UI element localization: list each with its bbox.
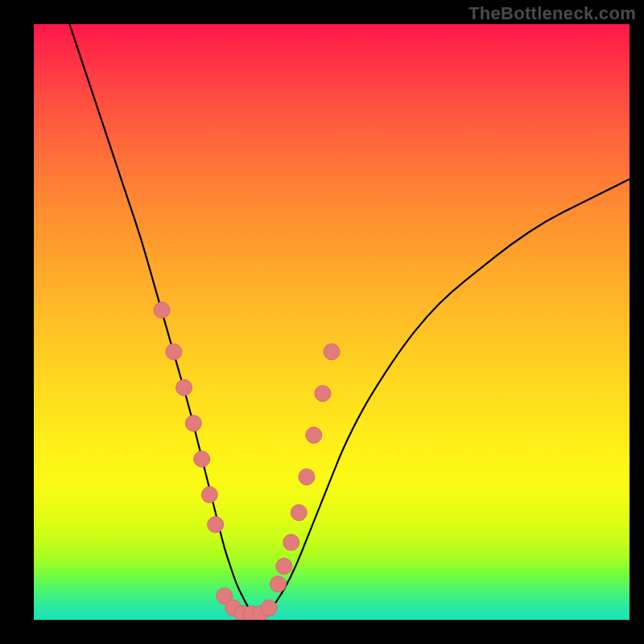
data-marker (201, 487, 217, 503)
data-marker (185, 415, 201, 431)
data-marker (194, 451, 210, 467)
data-marker (299, 469, 315, 485)
data-marker (154, 302, 170, 318)
data-marker (276, 558, 292, 574)
watermark-text: TheBottleneck.com (469, 3, 636, 24)
data-marker (270, 576, 286, 592)
chart-frame: TheBottleneck.com (0, 0, 644, 644)
data-marker (176, 379, 192, 395)
data-marker (283, 535, 299, 551)
data-marker (166, 344, 182, 360)
data-marker (261, 600, 277, 616)
data-marker (324, 344, 340, 360)
data-marker (315, 386, 331, 402)
plot-area (34, 24, 630, 620)
data-marker (291, 505, 307, 521)
markers-svg (34, 24, 630, 620)
markers-group (154, 302, 340, 620)
data-marker (208, 517, 224, 533)
data-marker (306, 427, 322, 444)
